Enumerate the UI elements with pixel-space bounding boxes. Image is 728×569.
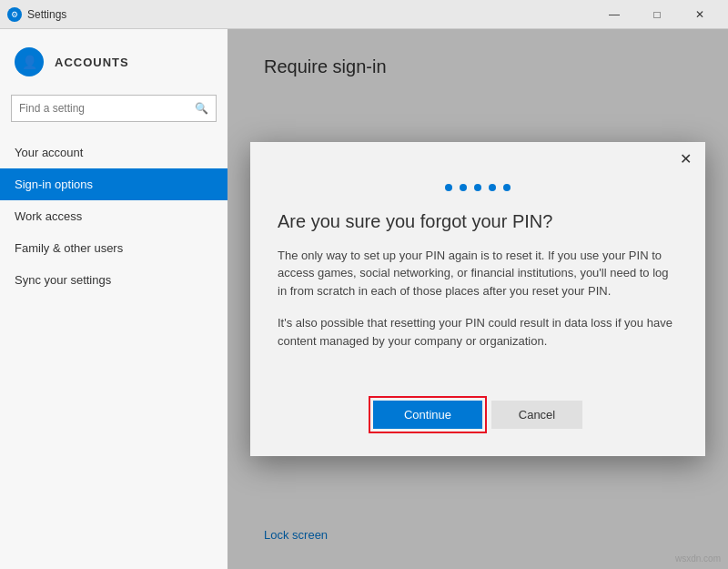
sidebar-item-sign-in-options[interactable]: Sign-in options bbox=[0, 168, 228, 200]
maximize-button[interactable]: □ bbox=[636, 0, 678, 29]
sidebar-item-your-account[interactable]: Your account bbox=[0, 137, 228, 168]
dialog: ✕ Are you sure you forgot your PIN? The … bbox=[250, 142, 705, 457]
titlebar: ⚙ Settings — □ ✕ bbox=[0, 0, 728, 29]
app-icon: ⚙ bbox=[7, 7, 22, 22]
titlebar-controls: — □ ✕ bbox=[593, 0, 721, 29]
dot-3 bbox=[474, 184, 481, 191]
dialog-close-button[interactable]: ✕ bbox=[672, 147, 698, 172]
dialog-overlay: ✕ Are you sure you forgot your PIN? The … bbox=[228, 29, 728, 569]
sidebar-accounts-icon: 👤 bbox=[15, 47, 44, 76]
search-icon: 🔍 bbox=[195, 102, 208, 115]
sidebar-section-title: ACCOUNTS bbox=[55, 56, 129, 69]
titlebar-title: Settings bbox=[27, 8, 593, 21]
sidebar-item-work-access[interactable]: Work access bbox=[0, 200, 228, 232]
dialog-body: Are you sure you forgot your PIN? The on… bbox=[250, 202, 705, 383]
sidebar-search-container: 🔍 bbox=[0, 87, 228, 129]
search-box[interactable]: 🔍 bbox=[11, 95, 217, 122]
sidebar-item-sync-settings[interactable]: Sync your settings bbox=[0, 264, 228, 296]
cancel-button[interactable]: Cancel bbox=[491, 401, 582, 429]
dialog-dots bbox=[250, 177, 705, 202]
dot-5 bbox=[503, 184, 511, 191]
dialog-footer: Continue Cancel bbox=[250, 382, 705, 456]
dialog-titlebar: ✕ bbox=[250, 142, 705, 177]
dot-4 bbox=[489, 184, 496, 191]
sidebar: 👤 ACCOUNTS 🔍 Your account Sign-in option… bbox=[0, 29, 228, 569]
close-button[interactable]: ✕ bbox=[679, 0, 721, 29]
dialog-paragraph-1: The only way to set up your PIN again is… bbox=[278, 247, 678, 300]
dot-1 bbox=[445, 184, 452, 191]
continue-button[interactable]: Continue bbox=[373, 401, 482, 429]
sidebar-header: 👤 ACCOUNTS bbox=[0, 29, 228, 87]
sidebar-nav: Your account Sign-in options Work access… bbox=[0, 129, 228, 569]
watermark: wsxdn.com bbox=[675, 554, 721, 564]
search-input[interactable] bbox=[19, 102, 195, 115]
main-container: 👤 ACCOUNTS 🔍 Your account Sign-in option… bbox=[0, 29, 728, 569]
content-area: Require sign-in ✕ Are you sure y bbox=[228, 29, 728, 569]
dot-2 bbox=[460, 184, 467, 191]
sidebar-item-family-other-users[interactable]: Family & other users bbox=[0, 232, 228, 264]
dialog-paragraph-2: It's also possible that resetting your P… bbox=[278, 314, 678, 350]
dialog-title: Are you sure you forgot your PIN? bbox=[278, 211, 678, 232]
minimize-button[interactable]: — bbox=[593, 0, 635, 29]
